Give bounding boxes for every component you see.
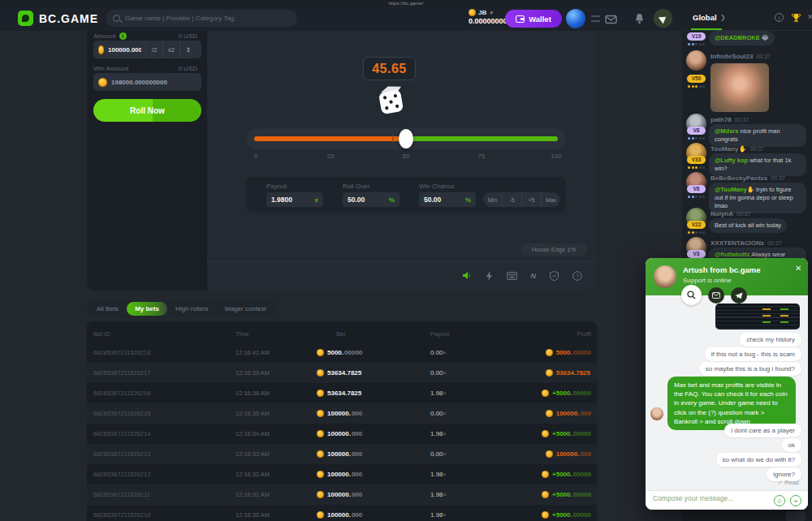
chat-username[interactable]: InfiniteSoul2300:37 bbox=[710, 53, 771, 60]
user-message: so maybe this is a bug i found? bbox=[699, 362, 801, 376]
chat-header: Global ❯ i ✕ bbox=[682, 6, 812, 31]
roll-over-field[interactable]: 50.00% bbox=[343, 192, 400, 207]
info-icon[interactable]: i bbox=[119, 32, 127, 40]
coin-icon bbox=[546, 410, 553, 417]
logo-text: BC.GAME bbox=[39, 12, 98, 25]
user-message: if this not a bug - this is scam bbox=[705, 347, 801, 361]
table-row[interactable]: 68285367211526213 12:16:33 AM 100000.000… bbox=[87, 444, 597, 464]
chat-username[interactable]: BeBeBeckyPantss00:37 bbox=[710, 174, 785, 182]
support-chat-widget: Artush from bc.game Support is online ✕ … bbox=[646, 258, 808, 510]
user-avatar[interactable] bbox=[566, 9, 585, 28]
avatar[interactable] bbox=[686, 50, 706, 71]
double-bet-button[interactable]: x2 bbox=[162, 41, 179, 58]
chat-username[interactable]: XXXTENTACIONz00:37 bbox=[710, 239, 782, 247]
currency-code: JB bbox=[478, 9, 486, 16]
mail-icon[interactable] bbox=[605, 13, 617, 28]
payout-label: Payout bbox=[266, 183, 287, 190]
table-row[interactable]: 68285367211526214 12:16:34 AM 100000.000… bbox=[87, 424, 597, 444]
table-row[interactable]: 68285367211526215 12:16:35 AM 100000.000… bbox=[87, 403, 597, 424]
coin-icon bbox=[317, 390, 324, 397]
table-row[interactable]: 68285367211526210 12:16:30 AM 100000.000… bbox=[87, 505, 597, 521]
house-edge-badge: House Edge 1% bbox=[520, 243, 587, 256]
close-icon[interactable]: ✕ bbox=[807, 13, 812, 21]
sound-icon[interactable] bbox=[462, 271, 472, 282]
minus5-button[interactable]: -5 bbox=[502, 192, 521, 207]
help-icon[interactable]: ? bbox=[572, 271, 582, 282]
table-row[interactable]: 68285367211526218 12:16:42 AM 5000.00000… bbox=[87, 342, 597, 363]
chat-bubble: Best of luck all win today bbox=[709, 218, 787, 233]
info-icon[interactable]: i bbox=[775, 13, 784, 22]
chat-username[interactable]: TooMany✋00:37 bbox=[710, 145, 764, 153]
half-bet-button[interactable]: /2 bbox=[145, 41, 162, 58]
user-message: so what do we do with it? bbox=[716, 453, 801, 467]
support-agent-avatar bbox=[654, 265, 676, 288]
table-row[interactable]: 68285367211526216 12:16:38 AM 53634.7825… bbox=[87, 383, 597, 403]
level-stars bbox=[688, 231, 705, 234]
tab-my-bets[interactable]: My bets bbox=[127, 302, 167, 316]
coin-icon bbox=[542, 430, 549, 437]
hotkeys-icon[interactable] bbox=[507, 272, 517, 282]
level-badge: V3 bbox=[687, 250, 706, 258]
roll-slider bbox=[246, 128, 566, 149]
chat-username[interactable]: path7800:37 bbox=[710, 116, 749, 123]
roll-result-value: 45.65 bbox=[372, 62, 407, 76]
logo[interactable]: BC.GAME bbox=[18, 11, 98, 26]
mail-icon[interactable] bbox=[708, 287, 724, 304]
tab-high-rollers[interactable]: High rollers bbox=[167, 302, 216, 316]
table-row[interactable]: 68285367211526217 12:16:39 AM 53634.7825… bbox=[87, 363, 597, 383]
roll-now-button[interactable]: Roll Now bbox=[93, 99, 201, 122]
amount-stepper[interactable]: ▲▼ bbox=[179, 41, 197, 58]
compose-input[interactable] bbox=[653, 494, 758, 502]
turbo-icon[interactable] bbox=[486, 271, 493, 282]
tab-all-bets[interactable]: All Bets bbox=[89, 302, 127, 316]
trends-icon[interactable]: N bbox=[531, 273, 537, 280]
payout-field[interactable]: 1.9800x bbox=[266, 192, 323, 207]
wallet-button[interactable]: Wallet bbox=[505, 10, 562, 28]
win-chance-field[interactable]: 50.00% bbox=[419, 192, 476, 207]
game-search[interactable] bbox=[106, 10, 297, 27]
chevron-right-icon[interactable]: ❯ bbox=[720, 14, 726, 21]
app-icon[interactable] bbox=[654, 9, 672, 28]
coin-icon bbox=[317, 410, 324, 417]
col-bet-id: Bet ID bbox=[93, 330, 235, 338]
search-input[interactable] bbox=[125, 15, 290, 22]
tab-wager-contest[interactable]: Wager contest bbox=[216, 302, 274, 316]
search-icon[interactable] bbox=[681, 285, 702, 305]
table-row[interactable]: 68285367211526212 12:16:32 AM 100000.000… bbox=[87, 464, 597, 484]
chevron-down-icon: ▼ bbox=[489, 11, 494, 15]
menu-icon[interactable] bbox=[591, 15, 600, 22]
support-agent-title: Artush from bc.game bbox=[683, 265, 761, 274]
telegram-icon[interactable] bbox=[731, 287, 747, 304]
max-button[interactable]: Max bbox=[541, 192, 560, 207]
smiley-icon[interactable]: ☺ bbox=[774, 495, 785, 506]
chat-channel-tab[interactable]: Global bbox=[693, 13, 717, 22]
chat-username[interactable]: NolynA00:37 bbox=[710, 210, 751, 217]
chat-image-baby[interactable] bbox=[710, 63, 769, 112]
win-amount-usd: 0 USD bbox=[178, 65, 197, 72]
level-badge: V8 bbox=[687, 185, 706, 193]
coin-icon bbox=[98, 78, 107, 87]
send-icon[interactable]: ➢ bbox=[790, 495, 801, 506]
plus5-button[interactable]: +5 bbox=[521, 192, 541, 207]
coin-icon bbox=[98, 45, 104, 54]
bell-icon[interactable] bbox=[634, 13, 645, 28]
level-badge: V22 bbox=[687, 221, 706, 229]
min-button[interactable]: Min bbox=[483, 192, 502, 207]
level-badge: V50 bbox=[687, 75, 706, 83]
wallet-label: Wallet bbox=[529, 15, 551, 24]
chat-bubble: @Luffy kop what for that 1k win? bbox=[709, 153, 806, 176]
global-chat-send-button[interactable] bbox=[786, 511, 806, 521]
coin-icon bbox=[546, 369, 553, 377]
close-icon[interactable]: ✕ bbox=[795, 264, 801, 273]
coin-icon bbox=[542, 390, 549, 397]
win-amount-value: 198000.000000000 bbox=[111, 79, 167, 86]
trophy-icon[interactable] bbox=[791, 12, 801, 27]
slider-handle[interactable] bbox=[399, 129, 413, 149]
bet-amount-value[interactable]: 100000.00000000 bbox=[108, 46, 141, 54]
coin-icon bbox=[546, 450, 553, 458]
browser-url-bar[interactable]: https://bc.game/ bbox=[0, 0, 812, 6]
table-row[interactable]: 68285367211526211 12:16:31 AM 100000.000… bbox=[87, 484, 597, 505]
bet-settings-panel: Payout 1.9800x Roll Over 50.00% Win Chan… bbox=[246, 177, 566, 213]
shared-screenshot-thumbnail[interactable] bbox=[715, 304, 800, 329]
verify-icon[interactable] bbox=[550, 271, 559, 282]
